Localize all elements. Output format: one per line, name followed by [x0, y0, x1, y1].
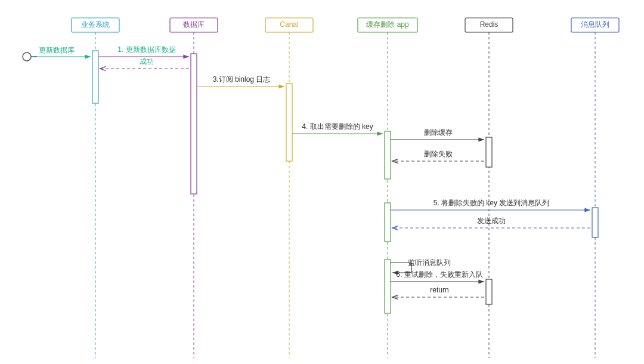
activation-db — [191, 54, 197, 194]
msg-6-label: 删除失败 — [424, 150, 453, 158]
activation-app-1 — [385, 131, 391, 179]
msg-7-label: 5. 将删除失败的 key 发送到消息队列 — [434, 199, 550, 207]
participant-app-label: 缓存删除 app — [366, 20, 409, 29]
participant-biz-label: 业务系统 — [81, 20, 110, 29]
activation-biz — [92, 51, 98, 103]
msg-10-label: 6. 重试删除，失败重新入队 — [396, 270, 482, 279]
activation-redis-1 — [486, 137, 492, 167]
actor-update-db: 更新数据库 — [23, 46, 75, 61]
participant-db-label: 数据库 — [183, 20, 205, 29]
msg-5-label: 删除缓存 — [424, 128, 453, 137]
activation-app-2 — [385, 203, 391, 242]
msg-8-label: 发送成功 — [477, 217, 506, 225]
activation-app-3 — [385, 260, 391, 313]
participant-mq: 消息队列 — [571, 18, 619, 358]
actor-label: 更新数据库 — [39, 46, 75, 54]
svg-point-12 — [23, 53, 31, 61]
sequence-diagram: 业务系统 数据库 Canal 缓存删除 app Redis 消息队列 更新数据库 — [0, 0, 644, 364]
msg-4-label: 4. 取出需要删除的 key — [302, 122, 373, 131]
activation-canal — [286, 84, 292, 161]
participant-mq-label: 消息队列 — [581, 20, 609, 29]
msg-2-label: 成功 — [140, 57, 154, 66]
participant-redis: Redis — [465, 18, 513, 358]
participant-redis-label: Redis — [480, 20, 499, 29]
msg-11-label: return — [430, 286, 448, 294]
msg-3-label: 3.订阅 binlog 日志 — [213, 75, 271, 84]
participant-canal-label: Canal — [280, 20, 298, 29]
msg-1-label: 1. 更新数据库数据 — [117, 45, 175, 54]
participant-canal: Canal — [265, 18, 313, 358]
activation-mq — [592, 208, 598, 237]
msg-9-label: 监听消息队列 — [408, 258, 451, 267]
activation-redis-2 — [486, 279, 492, 304]
